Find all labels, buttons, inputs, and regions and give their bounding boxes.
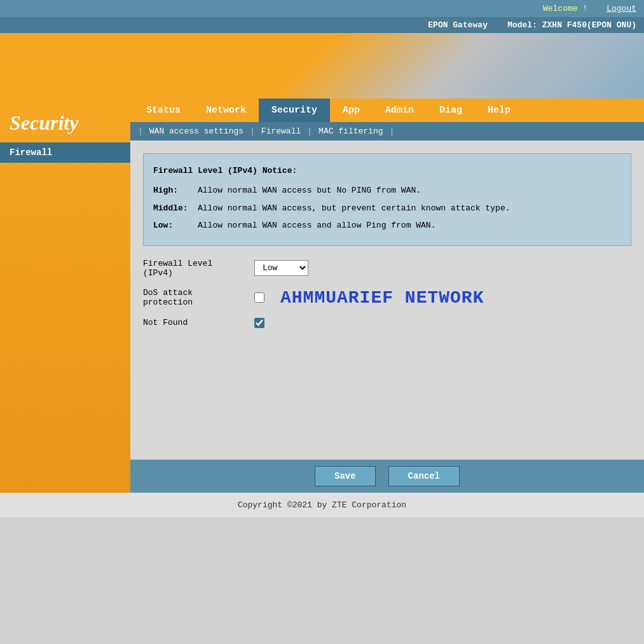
sidebar-title: Security	[0, 99, 130, 141]
welcome-section: Welcome ! Logout	[0, 0, 644, 17]
subnav-mac[interactable]: MAC filtering	[315, 125, 387, 137]
left-sidebar: Security Firewall	[0, 99, 130, 493]
tab-admin[interactable]: Admin	[373, 99, 427, 122]
dos-label: DoS attackprotection	[143, 288, 245, 307]
top-banner: Welcome ! Logout EPON Gateway Model: ZXH…	[0, 0, 644, 99]
tab-security[interactable]: Security	[259, 99, 330, 122]
not-found-checkbox[interactable]	[254, 318, 264, 328]
tab-app[interactable]: App	[330, 99, 373, 122]
notice-text-high: Allow normal WAN access but No PING from…	[198, 183, 421, 198]
gateway-label: EPON Gateway	[428, 20, 488, 30]
not-found-label: Not Found	[143, 318, 245, 327]
dos-protection-row: DoS attackprotection AHMMUARIEF NETWORK	[143, 288, 631, 308]
content-body: Firewall Level (IPv4) Notice: High: Allo…	[130, 140, 644, 460]
sep4: |	[390, 127, 395, 136]
notice-label-middle: Middle:	[153, 201, 191, 216]
save-button[interactable]: Save	[315, 466, 376, 486]
sidebar-firewall-item[interactable]: Firewall	[0, 142, 130, 163]
notice-label-low: Low:	[153, 218, 191, 233]
nav-tabs: Status Network Security App Admin Diag H…	[130, 99, 644, 122]
notice-text-low: Allow normal WAN access and allow Ping f…	[198, 218, 435, 233]
sep2: |	[250, 127, 255, 136]
tab-diag[interactable]: Diag	[427, 99, 475, 122]
sep1: |	[138, 127, 143, 136]
tab-help[interactable]: Help	[475, 99, 523, 122]
notice-box: Firewall Level (IPv4) Notice: High: Allo…	[143, 153, 631, 246]
notice-label-high: High:	[153, 183, 191, 198]
not-found-row: Not Found	[143, 318, 631, 328]
firewall-level-label: Firewall Level(IPv4)	[143, 259, 245, 278]
notice-row-low: Low: Allow normal WAN access and allow P…	[153, 218, 621, 233]
tab-network[interactable]: Network	[193, 99, 259, 122]
dos-checkbox[interactable]	[254, 292, 264, 303]
firewall-level-row: Firewall Level(IPv4) High Middle Low	[143, 259, 631, 278]
cancel-button[interactable]: Cancel	[388, 466, 460, 486]
welcome-text: Welcome !	[543, 4, 587, 13]
model-bar: EPON Gateway Model: ZXHN F450(EPON ONU)	[0, 17, 644, 33]
notice-text-middle: Allow normal WAN access, but prevent cer…	[198, 201, 510, 216]
logout-button[interactable]: Logout	[606, 4, 636, 13]
subnav-wan[interactable]: WAN access settings	[146, 125, 247, 137]
tab-status[interactable]: Status	[134, 99, 193, 122]
copyright-text: Copyright ©2021 by ZTE Corporation	[238, 500, 406, 510]
notice-title: Firewall Level (IPv4) Notice:	[153, 163, 621, 178]
notice-row-high: High: Allow normal WAN access but No PIN…	[153, 183, 621, 198]
subnav-firewall[interactable]: Firewall	[257, 125, 305, 137]
form-area: Firewall Level (IPv4) Notice: High: Allo…	[130, 140, 644, 460]
watermark-text: AHMMUARIEF NETWORK	[280, 288, 484, 308]
firewall-level-select[interactable]: High Middle Low	[254, 260, 308, 276]
sep3: |	[307, 127, 312, 136]
model-label: Model: ZXHN F450(EPON ONU)	[507, 20, 636, 30]
main-layout: Security Firewall Status Network Securit…	[0, 99, 644, 493]
bottom-bar: Save Cancel	[130, 460, 644, 493]
footer: Copyright ©2021 by ZTE Corporation	[0, 493, 644, 517]
sub-nav: | WAN access settings | Firewall | MAC f…	[130, 122, 644, 140]
notice-row-middle: Middle: Allow normal WAN access, but pre…	[153, 201, 621, 216]
main-content: Status Network Security App Admin Diag H…	[130, 99, 644, 493]
